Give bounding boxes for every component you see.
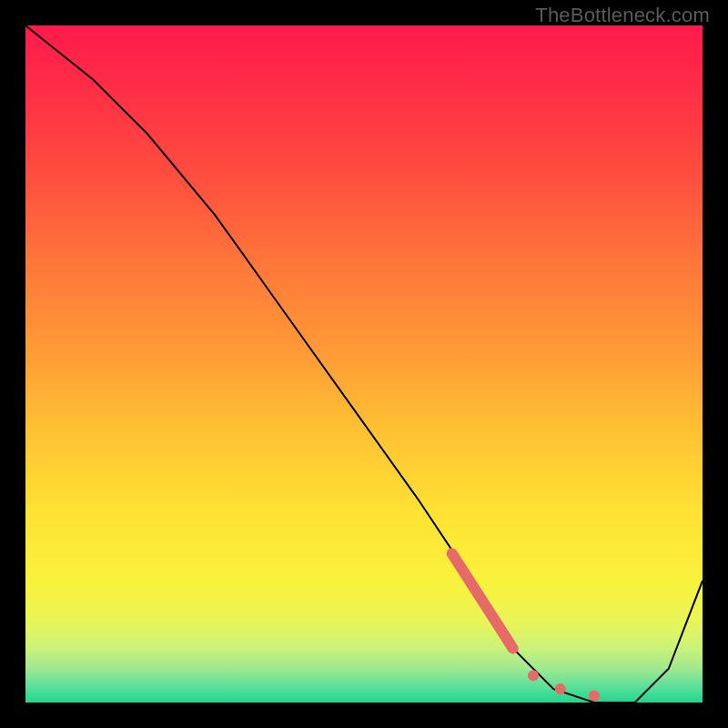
chart-frame: TheBottleneck.com bbox=[0, 0, 728, 728]
highlight-dot bbox=[528, 670, 539, 681]
watermark-text: TheBottleneck.com bbox=[535, 4, 710, 27]
chart-svg bbox=[25, 25, 703, 703]
gradient-background bbox=[25, 25, 703, 703]
highlight-dot bbox=[589, 691, 600, 702]
plot-area bbox=[25, 25, 703, 703]
highlight-dot bbox=[555, 683, 566, 694]
